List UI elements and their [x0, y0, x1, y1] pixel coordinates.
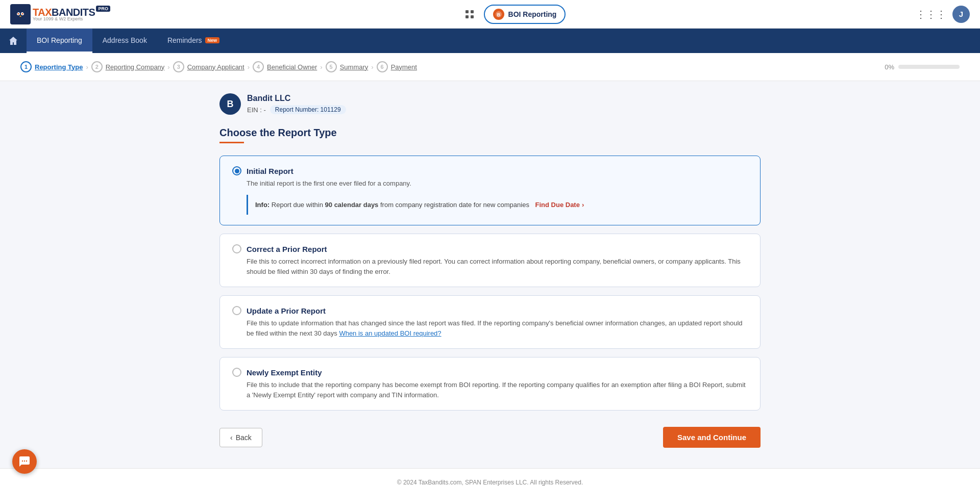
logo: TAXBANDITS PRO Your 1099 & W2 Experts — [10, 4, 110, 24]
radio-card-update-header: Update a Prior Report — [232, 306, 748, 315]
update-desc-text: File this to update information that has… — [247, 319, 743, 337]
nav-item-address-book[interactable]: Address Book — [92, 29, 157, 53]
reminders-new-badge: New — [205, 37, 220, 43]
svg-rect-10 — [465, 15, 469, 18]
arrow-2: › — [167, 63, 169, 71]
topbar-right: ⋮⋮⋮ J — [916, 6, 970, 23]
step-3-label: Company Applicant — [187, 63, 244, 71]
arrow-4: › — [320, 63, 322, 71]
radio-card-exempt-header: Newly Exempt Entity — [232, 368, 748, 377]
grid-icon-button[interactable] — [460, 5, 479, 23]
step-6-label: Payment — [391, 63, 417, 71]
logo-sub: Your 1099 & W2 Experts — [33, 16, 110, 21]
radio-desc-correct: File this to correct incorrect informati… — [247, 257, 748, 276]
step-4[interactable]: 4 Beneficial Owner — [253, 61, 317, 72]
svg-point-0 — [14, 8, 27, 21]
boi-icon: B — [493, 9, 504, 20]
avatar[interactable]: J — [952, 6, 970, 23]
steps-row: 1 Reporting Type › 2 Reporting Company ›… — [20, 61, 417, 72]
radio-desc-exempt: File this to include that the reporting … — [247, 380, 748, 400]
logo-area: TAXBANDITS PRO Your 1099 & W2 Experts — [10, 4, 110, 24]
company-ein: EIN : - — [247, 106, 266, 114]
boi-button-label: BOI Reporting — [508, 10, 557, 18]
radio-desc-update: File this to update information that has… — [247, 318, 748, 338]
radio-title-correct: Correct a Prior Report — [247, 245, 327, 253]
info-box-initial: Info: Report due within 90 calendar days… — [247, 195, 748, 215]
footer-copyright: © 2024 TaxBandits.com, SPAN Enterprises … — [10, 479, 970, 486]
info-text: Report due within — [272, 201, 325, 209]
nav-item-reminders[interactable]: Reminders New — [157, 29, 230, 53]
radio-card-initial-header: Initial Report — [232, 166, 748, 175]
svg-point-14 — [22, 461, 23, 462]
radio-card-initial[interactable]: Initial Report The initial report is the… — [219, 156, 761, 225]
page-footer: © 2024 TaxBandits.com, SPAN Enterprises … — [0, 468, 980, 486]
when-updated-link[interactable]: When is an updated BOI required? — [339, 329, 441, 337]
back-button[interactable]: ‹ Back — [219, 428, 262, 447]
radio-title-initial: Initial Report — [247, 167, 293, 175]
navbar: BOI Reporting Address Book Reminders New — [0, 29, 980, 53]
chat-bubble[interactable] — [12, 449, 37, 474]
arrow-3: › — [248, 63, 250, 71]
company-meta: EIN : - Report Number: 101129 — [247, 105, 346, 114]
find-due-date-arrow: › — [582, 200, 584, 210]
nav-item-boi-reporting[interactable]: BOI Reporting — [27, 29, 92, 53]
nav-label-reminders: Reminders — [167, 36, 202, 44]
svg-point-16 — [26, 461, 27, 462]
radio-card-exempt[interactable]: Newly Exempt Entity File this to include… — [219, 357, 761, 411]
nav-home-button[interactable] — [0, 29, 27, 53]
radio-card-update[interactable]: Update a Prior Report File this to updat… — [219, 295, 761, 349]
radio-card-correct[interactable]: Correct a Prior Report File this to corr… — [219, 234, 761, 287]
logo-icon — [10, 4, 31, 24]
radio-circle-correct — [232, 244, 241, 253]
save-continue-button[interactable]: Save and Continue — [663, 427, 761, 448]
boi-reporting-button[interactable]: B BOI Reporting — [484, 5, 566, 24]
find-due-date-link[interactable]: Find Due Date › — [535, 200, 584, 210]
nav-label-boi: BOI Reporting — [37, 36, 82, 44]
svg-rect-8 — [465, 10, 469, 13]
info-suffix: from company registration date for new c… — [380, 201, 529, 209]
svg-text:B: B — [497, 12, 500, 17]
radio-circle-exempt — [232, 368, 241, 377]
find-due-date-label: Find Due Date — [535, 200, 580, 210]
step-3[interactable]: 3 Company Applicant — [173, 61, 244, 72]
info-bold: 90 calendar days — [325, 201, 379, 209]
company-avatar: B — [219, 93, 241, 115]
radio-card-correct-header: Correct a Prior Report — [232, 244, 748, 253]
radio-title-update: Update a Prior Report — [247, 306, 326, 315]
step-4-circle: 4 — [253, 61, 264, 72]
section-divider — [219, 142, 244, 143]
topbar: TAXBANDITS PRO Your 1099 & W2 Experts B — [0, 0, 980, 29]
step-1[interactable]: 1 Reporting Type — [20, 61, 83, 72]
step-5-circle: 5 — [326, 61, 337, 72]
step-3-circle: 3 — [173, 61, 184, 72]
arrow-5: › — [371, 63, 373, 71]
step-6-circle: 6 — [377, 61, 388, 72]
footer-actions: ‹ Back Save and Continue — [219, 427, 761, 448]
step-1-circle: 1 — [20, 61, 32, 72]
topbar-center: B BOI Reporting — [460, 5, 566, 24]
radio-circle-initial — [232, 166, 241, 175]
pro-badge: PRO — [96, 6, 110, 12]
section-title: Choose the Report Type — [219, 127, 761, 139]
apps-icon[interactable]: ⋮⋮⋮ — [916, 8, 946, 20]
company-header: B Bandit LLC EIN : - Report Number: 1011… — [219, 93, 761, 115]
step-2[interactable]: 2 Reporting Company — [91, 61, 165, 72]
company-info: Bandit LLC EIN : - Report Number: 101129 — [247, 94, 346, 114]
step-2-circle: 2 — [91, 61, 103, 72]
progress-bar — [898, 65, 960, 69]
steps-container: 1 Reporting Type › 2 Reporting Company ›… — [0, 53, 980, 81]
svg-point-15 — [24, 461, 25, 462]
report-number-badge: Report Number: 101129 — [270, 105, 346, 114]
back-label: Back — [236, 433, 252, 442]
progress-label: 0% — [885, 63, 894, 71]
radio-title-exempt: Newly Exempt Entity — [247, 368, 322, 377]
radio-circle-update — [232, 306, 241, 315]
back-arrow: ‹ — [230, 433, 233, 442]
step-6[interactable]: 6 Payment — [377, 61, 417, 72]
step-5[interactable]: 5 Summary — [326, 61, 369, 72]
progress-area: 0% — [885, 63, 960, 71]
step-5-label: Summary — [340, 63, 369, 71]
radio-desc-initial: The initial report is the first one ever… — [247, 178, 748, 189]
step-1-label: Reporting Type — [35, 63, 83, 71]
arrow-1: › — [86, 63, 88, 71]
